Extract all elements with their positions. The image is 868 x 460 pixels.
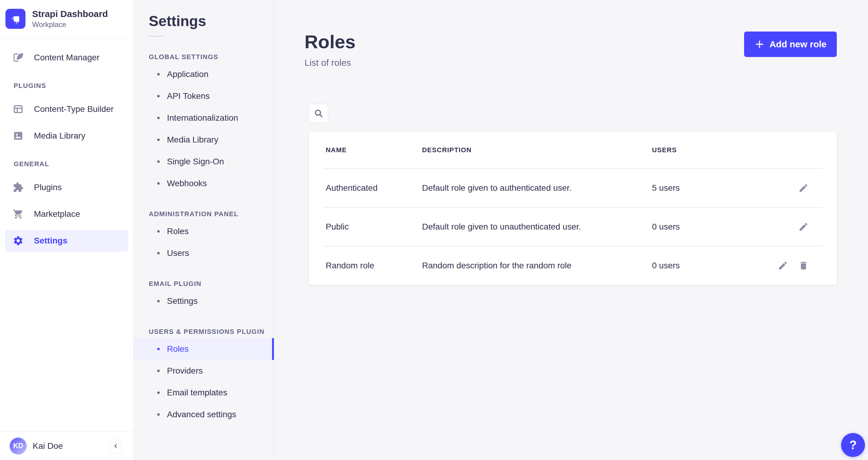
subnav-section-label: USERS & PERMISSIONS PLUGIN [149, 328, 274, 336]
sidebar-footer: KD Kai Doe [0, 431, 133, 460]
sidebar-item-media-library[interactable]: Media Library [0, 122, 133, 149]
subnav-item-webhooks[interactable]: Webhooks [134, 173, 274, 194]
page-title: Roles [305, 32, 356, 52]
main-sidebar: Strapi Dashboard Workplace Content Manag… [0, 0, 134, 460]
row-actions [777, 260, 809, 271]
brand-text: Strapi Dashboard Workplace [32, 8, 108, 29]
subnav-item-email-templates[interactable]: Email templates [134, 382, 274, 404]
subnav-item-label: Media Library [167, 135, 218, 145]
subnav-item-label: Settings [167, 296, 197, 306]
user-name: Kai Doe [33, 441, 110, 451]
table-row[interactable]: Authenticated Default role given to auth… [309, 169, 837, 207]
edit-icon [798, 222, 809, 232]
subnav-item-label: Providers [167, 366, 203, 376]
sidebar-section-plugins: PLUGINS [13, 82, 133, 90]
edit-role-button[interactable] [777, 260, 788, 271]
subnav-item-label: Roles [167, 227, 189, 236]
subnav-item-media-library[interactable]: Media Library [134, 129, 274, 151]
edit-icon [798, 183, 809, 193]
brand: Strapi Dashboard Workplace [0, 0, 133, 38]
trash-icon [798, 260, 809, 271]
role-description-cell: Random description for the random role [422, 261, 652, 270]
sidebar-item-marketplace[interactable]: Marketplace [0, 201, 133, 227]
subnav-item-application[interactable]: Application [134, 63, 274, 85]
subnav-item-single-sign-on[interactable]: Single Sign-On [134, 151, 274, 173]
subnav-item-label: API Tokens [167, 91, 210, 101]
subnav-item-label: Internationalization [167, 113, 238, 123]
marketplace-icon [13, 209, 24, 220]
subnav-item-label: Advanced settings [167, 410, 236, 420]
subnav-title-divider [149, 36, 164, 37]
sidebar-item-content-type-builder[interactable]: Content-Type Builder [0, 96, 133, 122]
subnav-item-label: Email templates [167, 388, 227, 398]
content-manager-icon [13, 52, 24, 63]
subnav-section-administration-panel: ADMINISTRATION PANEL Roles Users [134, 210, 274, 264]
row-actions [798, 221, 809, 232]
help-button[interactable]: ? [841, 433, 865, 457]
app-window: Strapi Dashboard Workplace Content Manag… [0, 0, 868, 460]
add-new-role-button[interactable]: Add new role [744, 32, 837, 57]
search-icon [314, 109, 323, 118]
column-header-users: USERS [652, 146, 809, 154]
subnav-item-api-tokens[interactable]: API Tokens [134, 85, 274, 107]
plus-icon [754, 39, 765, 50]
sidebar-item-label: Content Manager [34, 53, 99, 62]
edit-role-button[interactable] [798, 221, 809, 232]
subnav-item-label: Webhooks [167, 179, 207, 188]
subnav-section-label: GLOBAL SETTINGS [149, 53, 274, 61]
question-mark-glyph: ? [849, 438, 857, 452]
edit-icon [778, 260, 788, 271]
roles-table: NAME DESCRIPTION USERS Authenticated Def… [309, 132, 837, 285]
sidebar-item-content-manager[interactable]: Content Manager [0, 44, 133, 71]
main-content: Roles List of roles Add new role [274, 0, 868, 460]
column-header-name: NAME [326, 146, 422, 154]
subnav-item-advanced-settings[interactable]: Advanced settings [134, 404, 274, 425]
row-actions [798, 182, 809, 194]
role-users-cell: 5 users [652, 183, 798, 193]
settings-gear-icon [13, 235, 24, 246]
subnav-item-admin-users[interactable]: Users [134, 242, 274, 264]
sidebar-nav: Content Manager PLUGINS Content-Type Bui… [0, 38, 133, 254]
subnav-section-label: ADMINISTRATION PANEL [149, 210, 274, 218]
chevron-left-icon [113, 443, 119, 450]
subnav-title: Settings [149, 14, 274, 29]
role-description-cell: Default role given to authenticated user… [422, 183, 652, 193]
table-row[interactable]: Random role Random description for the r… [309, 247, 837, 285]
subnav-item-label: Application [167, 69, 209, 79]
sidebar-item-label: Marketplace [34, 209, 80, 219]
subnav-item-internationalization[interactable]: Internationalization [134, 107, 274, 129]
sidebar-item-settings[interactable]: Settings [5, 230, 128, 252]
workspace-subtitle: Workplace [32, 20, 108, 29]
sidebar-item-label: Settings [34, 236, 67, 246]
role-name-cell: Public [326, 222, 422, 232]
delete-role-button[interactable] [798, 260, 809, 271]
workspace-title: Strapi Dashboard [32, 8, 108, 20]
sidebar-item-label: Content-Type Builder [34, 104, 114, 114]
table-row[interactable]: Public Default role given to unauthentic… [309, 208, 837, 246]
page-subtitle: List of roles [305, 58, 356, 68]
collapse-sidebar-button[interactable] [110, 438, 121, 453]
media-library-icon [13, 131, 24, 141]
subnav-item-up-roles[interactable]: Roles [134, 338, 274, 360]
edit-role-button[interactable] [798, 182, 809, 194]
page-header-text: Roles List of roles [305, 32, 356, 68]
sidebar-item-plugins[interactable]: Plugins [0, 174, 133, 201]
subnav-item-admin-roles[interactable]: Roles [134, 221, 274, 242]
subnav-item-label: Roles [167, 344, 189, 354]
avatar[interactable]: KD [10, 437, 27, 455]
role-name-cell: Random role [326, 261, 422, 270]
role-name-cell: Authenticated [326, 183, 422, 193]
sidebar-item-label: Media Library [34, 131, 86, 141]
content-type-builder-icon [13, 104, 24, 115]
subnav-item-email-settings[interactable]: Settings [134, 290, 274, 312]
role-description-cell: Default role given to unauthenticated us… [422, 222, 652, 232]
subnav-item-label: Single Sign-On [167, 157, 224, 167]
subnav-section-global-settings: GLOBAL SETTINGS Application API Tokens I… [134, 53, 274, 194]
plugins-icon [13, 182, 24, 193]
subnav-item-providers[interactable]: Providers [134, 360, 274, 382]
role-users-cell: 0 users [652, 261, 777, 270]
page-header: Roles List of roles Add new role [305, 32, 837, 68]
sidebar-section-general: GENERAL [13, 160, 133, 168]
strapi-logo-icon [5, 9, 26, 29]
search-button[interactable] [309, 104, 328, 123]
